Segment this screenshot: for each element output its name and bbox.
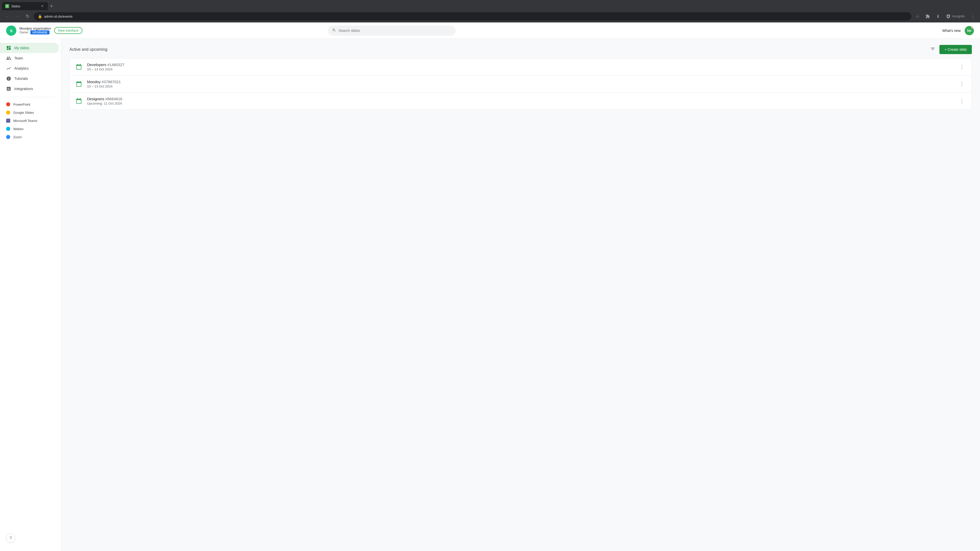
microsoft-teams-label: Microsoft Teams (13, 119, 37, 123)
event-name: Designers (87, 97, 104, 101)
event-name: Developers (87, 62, 107, 67)
new-interface-button[interactable]: New interface (54, 27, 83, 34)
sidebar-item-microsoft-teams[interactable]: Microsoft Teams (0, 117, 61, 125)
calendar-icon (75, 63, 83, 71)
integrations-icon (6, 86, 11, 91)
bookmark-button[interactable]: ☆ (913, 12, 921, 21)
create-slido-button[interactable]: + Create slido (939, 45, 972, 54)
event-more-button[interactable]: ⋮ (957, 63, 966, 71)
analytics-label: Analytics (14, 66, 29, 70)
webex-icon (6, 127, 10, 131)
nav-actions: ☆ ⬇ Incognito ⋮ (913, 12, 977, 21)
calendar-icon (75, 80, 83, 88)
sidebar-item-my-slidos[interactable]: My slidos (0, 43, 59, 53)
lock-icon: 🔒 (38, 14, 42, 18)
tab-favicon: S (5, 4, 9, 8)
event-title-row: Moodoy #37867021 (87, 79, 953, 84)
my-slidos-label: My slidos (14, 46, 29, 50)
event-more-button[interactable]: ⋮ (957, 80, 966, 88)
webex-label: Webex (13, 127, 24, 131)
event-date: 10 – 13 Oct 2024 (87, 84, 953, 88)
events-list: Developers #1480327 10 – 13 Oct 2024 ⋮ (69, 58, 972, 110)
avatar-notification-dot (971, 26, 974, 29)
forward-button[interactable]: → (13, 12, 21, 21)
browser-chrome: S Slidos × + ← → ↻ 🔒 admin.sli.do/events… (0, 0, 980, 22)
app-header: s Moodjoy organization Owner UPGRADE New… (0, 22, 980, 39)
role-label: Owner (19, 30, 28, 34)
org-role: Owner UPGRADE (19, 30, 51, 35)
table-row: Designers #8664816 Upcoming: 11 Oct 2024… (70, 93, 972, 110)
tab-close-button[interactable]: × (40, 3, 45, 9)
event-date: Upcoming: 11 Oct 2024 (87, 102, 953, 105)
whats-new-link[interactable]: What's new (942, 29, 961, 33)
calendar-icon (75, 97, 83, 105)
event-id: #37867021 (102, 79, 121, 84)
event-info: Moodoy #37867021 10 – 13 Oct 2024 (87, 79, 953, 88)
integrations-label: Integrations (14, 87, 33, 91)
event-info: Designers #8664816 Upcoming: 11 Oct 2024 (87, 97, 953, 105)
table-row: Moodoy #37867021 10 – 13 Oct 2024 ⋮ (70, 76, 972, 93)
avatar[interactable]: lm (965, 26, 974, 35)
help-button[interactable]: ? (6, 534, 15, 543)
sidebar-item-webex[interactable]: Webex (0, 125, 61, 133)
tutorials-icon (6, 76, 11, 81)
download-button[interactable]: ⬇ (934, 12, 942, 21)
org-name: Moodjoy organization (19, 27, 51, 30)
section-title: Active and upcoming (69, 47, 107, 52)
tabs-bar: S Slidos × + (0, 0, 980, 10)
microsoft-teams-icon (6, 119, 10, 123)
sidebar-item-zoom[interactable]: Zoom (0, 133, 61, 141)
zoom-icon (6, 135, 10, 139)
powerpoint-icon (6, 102, 10, 106)
slido-logo: s (6, 25, 16, 36)
table-row: Developers #1480327 10 – 13 Oct 2024 ⋮ (70, 59, 972, 76)
event-id: #8664816 (105, 97, 122, 101)
app-container: s Moodjoy organization Owner UPGRADE New… (0, 22, 980, 551)
main-layout: My slidos Team Analytics (0, 39, 980, 551)
powerpoint-label: PowerPoint (13, 103, 30, 106)
reload-button[interactable]: ↻ (24, 12, 32, 21)
sidebar-item-google-slides[interactable]: Google Slides (0, 108, 61, 117)
event-info: Developers #1480327 10 – 13 Oct 2024 (87, 62, 953, 71)
search-icon (332, 28, 336, 33)
event-title-row: Developers #1480327 (87, 62, 953, 67)
svg-text:s: s (10, 28, 13, 33)
team-label: Team (14, 56, 23, 60)
avatar-initials: lm (967, 29, 971, 33)
event-title-row: Designers #8664816 (87, 97, 953, 101)
filter-button[interactable] (929, 45, 936, 54)
event-date: 10 – 13 Oct 2024 (87, 67, 953, 71)
upgrade-button[interactable]: UPGRADE (30, 30, 49, 35)
new-tab-button[interactable]: + (48, 2, 55, 10)
google-slides-label: Google Slides (13, 111, 34, 114)
incognito-indicator: Incognito (944, 13, 967, 20)
tab-title: Slidos (11, 4, 20, 8)
sidebar-item-integrations[interactable]: Integrations (0, 84, 59, 94)
team-icon (6, 56, 11, 61)
sidebar-divider (6, 97, 55, 97)
content-inner: Active and upcoming + Create slido (61, 39, 980, 116)
event-more-button[interactable]: ⋮ (957, 97, 966, 105)
browser-nav: ← → ↻ 🔒 admin.sli.do/events ☆ ⬇ Inco (0, 10, 980, 22)
org-info: Moodjoy organization Owner UPGRADE (19, 27, 51, 35)
my-slidos-icon (6, 45, 11, 51)
back-button[interactable]: ← (3, 12, 11, 21)
search-input[interactable] (339, 29, 452, 33)
browser-tab[interactable]: S Slidos × (2, 2, 48, 10)
sidebar-item-tutorials[interactable]: Tutorials (0, 73, 59, 84)
sidebar-item-team[interactable]: Team (0, 53, 59, 63)
zoom-label: Zoom (13, 135, 22, 139)
tutorials-label: Tutorials (14, 76, 28, 81)
extensions-button[interactable] (924, 12, 932, 21)
content-area: Active and upcoming + Create slido (61, 39, 980, 551)
url-text: admin.sli.do/events (44, 14, 73, 18)
search-bar[interactable] (328, 25, 455, 36)
more-actions-button[interactable]: ⋮ (969, 12, 977, 21)
sidebar: My slidos Team Analytics (0, 39, 61, 551)
logo-area: s Moodjoy organization Owner UPGRADE New… (6, 25, 83, 36)
analytics-icon (6, 66, 11, 71)
sidebar-item-powerpoint[interactable]: PowerPoint (0, 100, 61, 108)
sidebar-item-analytics[interactable]: Analytics (0, 63, 59, 73)
google-slides-icon (6, 110, 10, 114)
address-bar[interactable]: 🔒 admin.sli.do/events (34, 12, 912, 21)
